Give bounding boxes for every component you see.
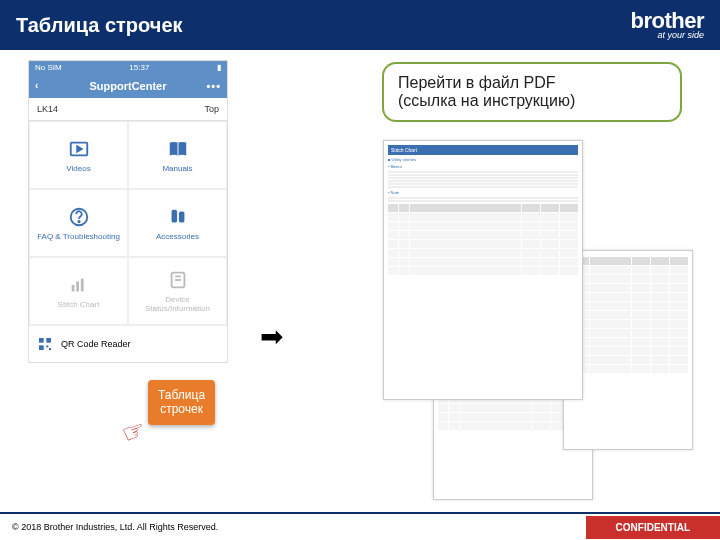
brother-logo: brother at your side xyxy=(631,11,705,39)
svg-rect-11 xyxy=(39,345,44,350)
video-icon xyxy=(68,138,90,160)
status-time: 15:37 xyxy=(129,63,149,72)
callout-line2: строчек xyxy=(158,402,205,416)
accessories-icon xyxy=(167,206,189,228)
pdf-sub3: • Note xyxy=(388,190,578,195)
brand-name: brother xyxy=(631,11,705,31)
svg-rect-5 xyxy=(71,285,74,291)
link-line2: (ссылка на инструкцию) xyxy=(398,92,666,110)
status-left: No SIM xyxy=(35,63,62,72)
slide-content: No SIM 15:37 ▮ ‹ SupportCenter ••• LK14 … xyxy=(0,50,720,510)
copyright: © 2018 Brother Industries, Ltd. All Righ… xyxy=(12,522,218,532)
tile-videos[interactable]: Videos xyxy=(29,121,128,189)
app-title: SupportCenter xyxy=(90,80,167,92)
link-line1: Перейти в файл PDF xyxy=(398,74,666,92)
more-icon[interactable]: ••• xyxy=(206,80,221,92)
tile-label: Manuals xyxy=(162,164,192,173)
tile-grid: Videos Manuals FAQ & Troubleshooting Acc… xyxy=(29,121,227,325)
svg-rect-9 xyxy=(39,338,44,343)
svg-rect-6 xyxy=(76,281,79,291)
tile-accessories[interactable]: Accessories xyxy=(128,189,227,257)
pdf-sub2: • Memo xyxy=(388,164,578,169)
callout-line1: Таблица xyxy=(158,388,205,402)
slide-title: Таблица строчек xyxy=(16,14,183,37)
app-title-bar: ‹ SupportCenter ••• xyxy=(29,74,227,98)
arrow-right-icon: ➡ xyxy=(260,320,283,353)
callout-bubble: Таблица строчек xyxy=(148,380,215,425)
crumb-left: LK14 xyxy=(37,104,58,114)
svg-point-2 xyxy=(78,220,79,221)
chevron-left-icon[interactable]: ‹ xyxy=(35,80,38,91)
breadcrumb: LK14 Top xyxy=(29,98,227,121)
tile-manuals[interactable]: Manuals xyxy=(128,121,227,189)
qr-reader-row[interactable]: QR Code Reader xyxy=(29,325,227,362)
pdf-page-1: Stitch Chart ■ Utility stitches • Memo •… xyxy=(383,140,583,400)
svg-rect-10 xyxy=(46,338,51,343)
tile-label: Accessories xyxy=(156,232,199,241)
slide-footer: © 2018 Brother Industries, Ltd. All Righ… xyxy=(0,512,720,540)
svg-rect-13 xyxy=(49,348,51,350)
pdf-table xyxy=(388,204,578,275)
hand-pointer-icon: ☞ xyxy=(117,414,149,451)
battery-icon: ▮ xyxy=(217,63,221,72)
chart-icon xyxy=(68,274,90,296)
slide-header: Таблица строчек brother at your side xyxy=(0,0,720,50)
svg-rect-4 xyxy=(178,211,184,222)
question-icon xyxy=(68,206,90,228)
confidential-badge: CONFIDENTIAL xyxy=(586,516,720,539)
book-icon xyxy=(167,138,189,160)
tile-label: Stitch Chart xyxy=(58,300,100,309)
qr-icon xyxy=(37,336,53,352)
tile-label: Videos xyxy=(66,164,90,173)
tile-label: Device Status/Information xyxy=(133,295,222,313)
svg-rect-3 xyxy=(171,209,177,222)
tile-faq[interactable]: FAQ & Troubleshooting xyxy=(29,189,128,257)
tile-label: FAQ & Troubleshooting xyxy=(37,232,120,241)
pdf-link-box[interactable]: Перейти в файл PDF (ссылка на инструкцию… xyxy=(382,62,682,122)
tile-device-status[interactable]: Device Status/Information xyxy=(128,257,227,325)
status-bar: No SIM 15:37 ▮ xyxy=(29,61,227,74)
pdf-sub1: ■ Utility stitches xyxy=(388,157,578,162)
tile-stitch-chart[interactable]: Stitch Chart xyxy=(29,257,128,325)
phone-mockup: No SIM 15:37 ▮ ‹ SupportCenter ••• LK14 … xyxy=(28,60,228,363)
crumb-right: Top xyxy=(204,104,219,114)
device-icon xyxy=(167,269,189,291)
qr-label: QR Code Reader xyxy=(61,339,131,349)
svg-rect-7 xyxy=(80,278,83,291)
svg-rect-12 xyxy=(46,345,48,347)
pdf-stack: Stitch Chart ■ Utility stitches • Memo •… xyxy=(383,140,697,500)
pdf-heading: Stitch Chart xyxy=(388,145,578,155)
